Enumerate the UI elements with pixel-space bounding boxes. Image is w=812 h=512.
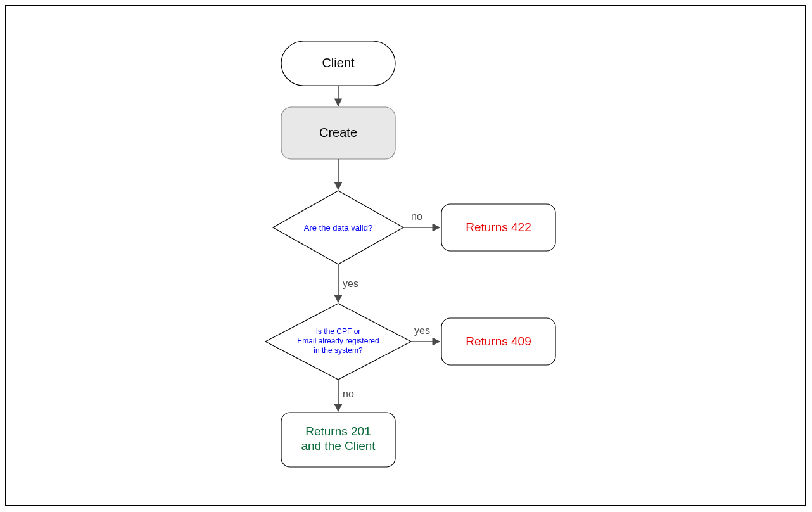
label-valid-no: no (411, 211, 422, 222)
node-dup: Is the CPF or Email already registered i… (265, 304, 411, 380)
create-label: Create (319, 125, 357, 139)
node-client: Client (281, 41, 395, 86)
dup-label-line3: in the system? (314, 346, 363, 355)
node-create: Create (281, 107, 395, 159)
diagram-frame: Client Create Are the data valid? no Ret… (5, 5, 806, 506)
return-422-label: Returns 422 (466, 221, 531, 234)
node-return-409: Returns 409 (441, 318, 555, 365)
flowchart-svg: Client Create Are the data valid? no Ret… (6, 6, 806, 506)
return-409-label: Returns 409 (466, 335, 531, 348)
label-valid-yes: yes (343, 278, 358, 289)
node-return-201: Returns 201 and the Client (281, 413, 395, 467)
return-201-line1: Returns 201 (305, 425, 371, 438)
valid-label: Are the data valid? (304, 223, 372, 233)
dup-label-line2: Email already registered (297, 336, 379, 345)
node-return-422: Returns 422 (441, 204, 555, 251)
label-dup-no: no (343, 388, 354, 399)
client-label: Client (322, 56, 355, 70)
dup-label-line1: Is the CPF or (316, 327, 361, 336)
node-valid: Are the data valid? (273, 191, 403, 264)
label-dup-yes: yes (414, 325, 430, 336)
return-201-line2: and the Client (301, 439, 376, 452)
